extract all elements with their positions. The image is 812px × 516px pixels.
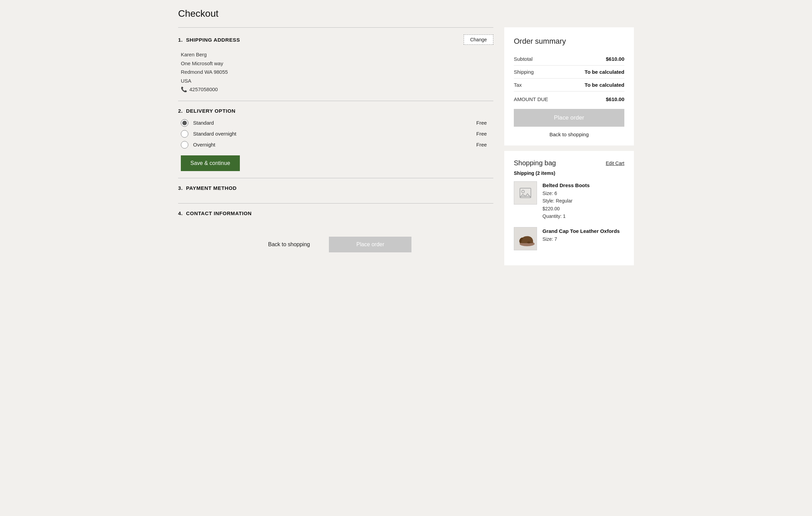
shopping-bag-card: Shopping bag Edit Cart Shipping (2 items… (504, 151, 634, 265)
checkout-right-column: Order summary Subtotal $610.00 Shipping … (504, 27, 634, 265)
contact-information-title: 4. CONTACT INFORMATION (178, 210, 252, 216)
change-address-button[interactable]: Change (464, 34, 493, 45)
delivery-option-title: 2. DELIVERY OPTION (178, 108, 235, 114)
delivery-option-standard-overnight: Standard overnight Free (181, 130, 493, 138)
save-continue-button[interactable]: Save & continue (181, 155, 240, 171)
bag-item-2-name: Grand Cap Toe Leather Oxfords (542, 227, 624, 235)
bag-item-1-details: Belted Dress Boots Size: 6 Style: Regula… (542, 181, 624, 220)
image-placeholder-icon-2 (514, 227, 537, 250)
bag-item-2-image (514, 227, 537, 250)
bag-item-2-details: Grand Cap Toe Leather Oxfords Size: 7 (542, 227, 624, 250)
checkout-left-column: 1. SHIPPING ADDRESS Change Karen Berg On… (178, 27, 493, 255)
subtotal-row: Subtotal $610.00 (514, 53, 624, 66)
bag-item-1-size: Size: 6 (542, 190, 624, 197)
place-order-button-bottom[interactable]: Place order (329, 237, 411, 252)
delivery-radio-standard-overnight[interactable] (181, 130, 188, 138)
tax-row: Tax To be calculated (514, 79, 624, 92)
bag-item-1-quantity: Quantity: 1 (542, 212, 624, 220)
address-country: USA (181, 76, 493, 85)
delivery-radio-standard[interactable] (181, 119, 188, 127)
delivery-radio-overnight[interactable] (181, 141, 188, 149)
delivery-option-standard: Standard Free (181, 119, 493, 127)
shipping-value: To be calculated (585, 69, 624, 75)
delivery-option-overnight: Overnight Free (181, 141, 493, 149)
back-to-shopping-button-bottom[interactable]: Back to shopping (260, 237, 318, 252)
address-block: Karen Berg One Microsoft way Redmond WA … (178, 50, 493, 94)
payment-method-section: 3. PAYMENT METHOD (178, 178, 493, 203)
svg-point-2 (522, 190, 524, 193)
payment-method-title: 3. PAYMENT METHOD (178, 185, 237, 191)
amount-due-label: AMOUNT DUE (514, 96, 548, 102)
address-name: Karen Berg (181, 50, 493, 59)
shipping-address-title: 1. SHIPPING ADDRESS (178, 37, 240, 43)
subtotal-value: $610.00 (606, 56, 624, 62)
delivery-option-section: 2. DELIVERY OPTION Standard Free Standar… (178, 101, 493, 178)
image-placeholder-icon-1 (514, 182, 537, 204)
tax-value: To be calculated (585, 82, 624, 88)
order-summary-card: Order summary Subtotal $610.00 Shipping … (504, 27, 634, 145)
delivery-options-list: Standard Free Standard overnight Free Ov… (178, 119, 493, 149)
delivery-price-standard-overnight: Free (476, 131, 493, 137)
bag-item-2-size: Size: 7 (542, 235, 624, 243)
shopping-bag-title: Shopping bag (514, 159, 556, 167)
shipping-label: Shipping (514, 69, 534, 75)
page-title: Checkout (178, 8, 634, 19)
shipping-address-section: 1. SHIPPING ADDRESS Change Karen Berg On… (178, 27, 493, 101)
bag-item-1-price: $220.00 (542, 205, 624, 212)
back-to-shopping-link-right[interactable]: Back to shopping (514, 131, 624, 137)
delivery-price-overnight: Free (476, 142, 493, 148)
address-street: One Microsoft way (181, 59, 493, 68)
delivery-label-standard-overnight[interactable]: Standard overnight (193, 131, 472, 137)
delivery-label-overnight[interactable]: Overnight (193, 142, 472, 148)
address-city: Redmond WA 98055 (181, 68, 493, 76)
bag-item-2: Grand Cap Toe Leather Oxfords Size: 7 (514, 227, 624, 250)
order-summary-title: Order summary (514, 37, 624, 46)
phone-icon: 📞 (181, 85, 187, 94)
place-order-button[interactable]: Place order (514, 109, 624, 127)
delivery-label-standard[interactable]: Standard (193, 120, 472, 126)
shipping-items-label: Shipping (2 items) (514, 170, 624, 176)
bag-item-1-name: Belted Dress Boots (542, 181, 624, 190)
bag-item-1: Belted Dress Boots Size: 6 Style: Regula… (514, 181, 624, 220)
contact-information-section: 4. CONTACT INFORMATION (178, 203, 493, 228)
shipping-row: Shipping To be calculated (514, 66, 624, 79)
address-phone: 📞 4257058000 (181, 85, 493, 94)
delivery-price-standard: Free (476, 120, 493, 126)
subtotal-label: Subtotal (514, 56, 533, 62)
bag-item-1-image (514, 181, 537, 205)
shopping-bag-header: Shopping bag Edit Cart (514, 159, 624, 167)
amount-due-row: AMOUNT DUE $610.00 (514, 92, 624, 102)
edit-cart-link[interactable]: Edit Cart (606, 161, 624, 166)
amount-due-value: $610.00 (606, 96, 624, 102)
bottom-actions: Back to shopping Place order (178, 228, 493, 255)
svg-point-4 (527, 241, 531, 243)
tax-label: Tax (514, 82, 522, 88)
bag-item-1-style: Style: Regular (542, 197, 624, 205)
